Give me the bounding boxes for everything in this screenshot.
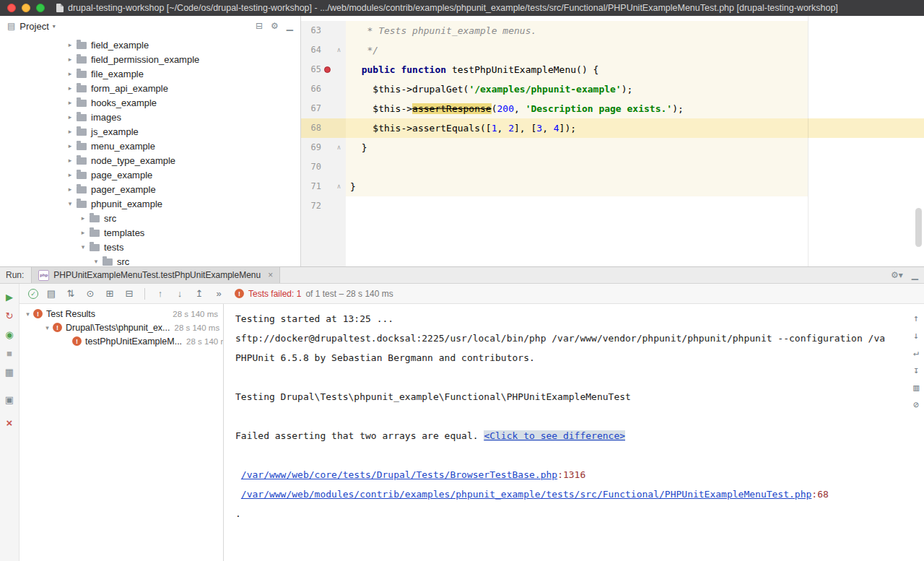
chevron-right-icon[interactable]: ▸: [65, 171, 75, 178]
test-tree-item[interactable]: !testPhpUnitExampleM...28 s 140 ms: [19, 334, 223, 348]
clear-console-icon[interactable]: ⊘: [913, 399, 919, 410]
project-tree-item[interactable]: ▸field_permission_example: [0, 52, 300, 66]
project-tree-item[interactable]: ▸menu_example: [0, 139, 300, 153]
project-tree-item[interactable]: ▸src: [0, 211, 300, 225]
project-tree-item[interactable]: ▸pager_example: [0, 182, 300, 196]
chevron-down-icon[interactable]: ▾: [78, 243, 88, 251]
code-editor[interactable]: 63 * Tests phpunit_example menus.64∧ */6…: [301, 16, 924, 266]
zoom-window-button[interactable]: [36, 4, 45, 12]
project-tree-item[interactable]: ▸js_example: [0, 124, 300, 139]
editor-line[interactable]: 70: [301, 157, 924, 177]
console-link[interactable]: /var/www/web/core/tests/Drupal/Tests/Bro…: [241, 469, 557, 480]
settings-gear-icon[interactable]: ⚙: [271, 21, 279, 31]
soft-wrap-icon[interactable]: ↵: [913, 347, 919, 358]
fold-marker[interactable]: ∧: [334, 138, 344, 157]
chevron-right-icon[interactable]: ▸: [65, 70, 75, 77]
toggle-auto-test-button[interactable]: ◉: [3, 328, 16, 341]
scroll-to-end-icon[interactable]: ↧: [913, 365, 919, 375]
editor-scrollbar-thumb[interactable]: [915, 208, 922, 247]
chevron-right-icon[interactable]: ▸: [65, 157, 75, 164]
chevron-right-icon[interactable]: ▸: [65, 186, 75, 193]
project-tree-item[interactable]: ▸node_type_example: [0, 153, 300, 168]
editor-line[interactable]: 68 $this->assertEquals([1, 2], [3, 4]);: [301, 118, 924, 138]
chevron-down-icon[interactable]: ▾: [91, 258, 101, 265]
rerun-button[interactable]: ▶: [3, 290, 16, 303]
hide-panel-icon[interactable]: ▁: [287, 21, 293, 31]
test-console[interactable]: ↑↓↵↧▥⊘ Testing started at 13:25 ...sftp:…: [224, 304, 924, 561]
run-tab[interactable]: php PHPUnitExampleMenuTest.testPhpUnitEx…: [31, 267, 280, 283]
fold-marker[interactable]: ∧: [334, 40, 344, 60]
hide-passed-icon[interactable]: ✓: [28, 289, 38, 299]
editor-line[interactable]: 64∧ */: [301, 40, 924, 60]
editor-line[interactable]: 69∧ }: [301, 138, 924, 157]
editor-line[interactable]: 65 public function testPhpUnitExampleMen…: [301, 60, 924, 79]
chevron-right-icon[interactable]: ▸: [65, 84, 75, 92]
project-tree-item[interactable]: ▸file_example: [0, 66, 300, 81]
hide-toolwindow-icon[interactable]: ▁: [912, 270, 918, 280]
project-tree-item[interactable]: ▾tests: [0, 240, 300, 254]
test-failed-gutter-icon[interactable]: [324, 66, 331, 73]
editor-line[interactable]: 66 $this->drupalGet('/examples/phpunit-e…: [301, 79, 924, 99]
chevron-right-icon[interactable]: ▸: [65, 99, 75, 106]
chevron-down-icon[interactable]: ▾: [53, 23, 56, 30]
console-link[interactable]: <Click to see difference>: [484, 430, 625, 441]
scroll-down-icon[interactable]: ↓: [913, 330, 919, 341]
chevron-right-icon[interactable]: ▸: [65, 41, 75, 48]
project-tree-item[interactable]: ▸field_example: [0, 38, 300, 52]
code-token: testPhpUnitExampleMenu() {: [446, 64, 598, 75]
close-button[interactable]: ×: [3, 416, 16, 429]
rerun-failed-tests-button[interactable]: ↻: [3, 309, 16, 322]
test-tree-item[interactable]: ▾!Drupal\Tests\phpunit_ex...28 s 140 ms: [19, 321, 223, 334]
project-item-label: src: [117, 256, 129, 267]
chevron-down-icon[interactable]: ▾: [65, 200, 75, 207]
collapse-all-icon[interactable]: ⊟: [256, 21, 263, 31]
next-failed-test-icon[interactable]: ↓: [173, 288, 186, 299]
chevron-right-icon[interactable]: ▸: [65, 128, 75, 135]
editor-line[interactable]: 72: [301, 196, 924, 216]
sort-alphabetically-icon[interactable]: ⇅: [64, 288, 77, 299]
project-tree-item[interactable]: ▸images: [0, 110, 300, 124]
editor-line[interactable]: 67 $this->assertResponse(200, 'Descripti…: [301, 99, 924, 118]
chevron-right-icon[interactable]: ▸: [65, 142, 75, 149]
restore-layout-button[interactable]: ▦: [3, 365, 16, 378]
minimize-window-button[interactable]: [22, 4, 30, 12]
project-tree-item[interactable]: ▸hooks_example: [0, 95, 300, 110]
project-tree-item[interactable]: ▸page_example: [0, 168, 300, 182]
settings-dropdown-icon[interactable]: ⚙▾: [891, 270, 903, 280]
scroll-up-icon[interactable]: ↑: [913, 313, 919, 323]
pin-tab-button[interactable]: ▣: [3, 393, 16, 406]
code-text: $this->assertResponse(200, 'Description …: [346, 99, 924, 118]
fold-marker[interactable]: ∧: [334, 177, 344, 196]
editor-line[interactable]: 63 * Tests phpunit_example menus.: [301, 21, 924, 40]
show-console-icon[interactable]: ▤: [45, 288, 58, 299]
chevron-down-icon[interactable]: ▾: [22, 310, 33, 318]
chevron-right-icon[interactable]: ▸: [78, 229, 88, 236]
close-icon[interactable]: ×: [268, 270, 273, 280]
project-item-label: field_permission_example: [91, 54, 199, 65]
more-actions-icon[interactable]: »: [212, 288, 225, 299]
project-tree-item[interactable]: ▸form_api_example: [0, 81, 300, 95]
print-icon[interactable]: ▥: [913, 382, 919, 393]
chevron-right-icon[interactable]: ▸: [65, 113, 75, 121]
test-tree-item[interactable]: ▾!Test Results28 s 140 ms: [19, 307, 223, 321]
console-text: :1316: [557, 469, 585, 480]
close-window-button[interactable]: [7, 4, 16, 12]
project-header-label[interactable]: Project: [19, 21, 48, 32]
stop-button[interactable]: ■: [3, 347, 16, 360]
editor-gutter: 71∧: [301, 177, 346, 196]
chevron-right-icon[interactable]: ▸: [78, 214, 88, 222]
collapse-all-icon[interactable]: ⊟: [123, 288, 136, 299]
project-tree-item[interactable]: ▾phpunit_example: [0, 196, 300, 211]
project-tree-item[interactable]: ▸templates: [0, 225, 300, 240]
export-test-results-icon[interactable]: ↥: [193, 288, 206, 299]
editor-line[interactable]: 71∧}: [301, 177, 924, 196]
previous-failed-test-icon[interactable]: ↑: [154, 288, 167, 299]
sort-by-duration-icon[interactable]: ⊙: [84, 288, 97, 299]
chevron-down-icon[interactable]: ▾: [42, 324, 53, 331]
project-tree-item[interactable]: ▾src: [0, 254, 300, 266]
expand-all-icon[interactable]: ⊞: [103, 288, 116, 299]
chevron-right-icon[interactable]: ▸: [65, 56, 75, 63]
code-text: */: [346, 40, 924, 60]
console-link[interactable]: /var/www/web/modules/contrib/examples/ph…: [241, 489, 812, 500]
project-item-label: form_api_example: [91, 83, 168, 94]
